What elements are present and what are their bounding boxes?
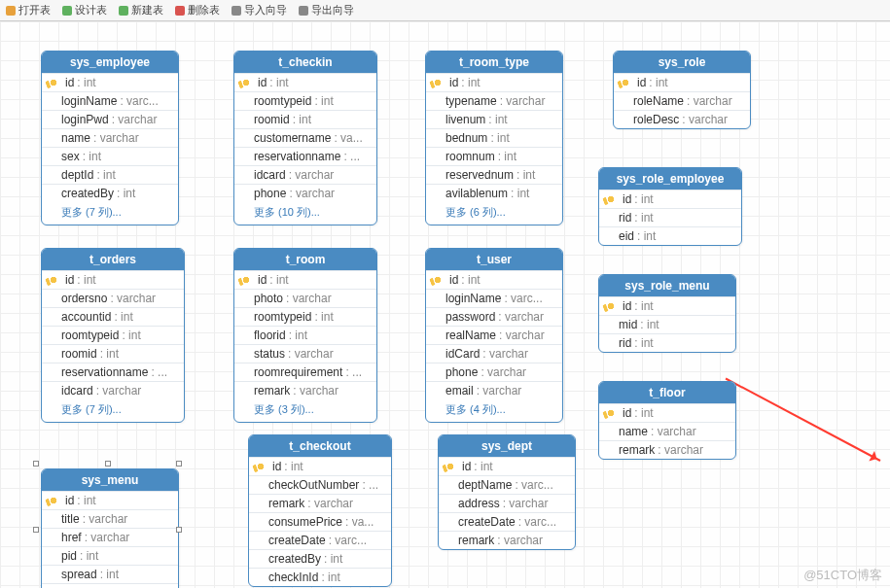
column[interactable]: phone: varchar (426, 363, 562, 381)
column-pk[interactable]: id: int (426, 270, 562, 289)
column-pk[interactable]: id: int (599, 403, 735, 422)
column-pk[interactable]: id: int (234, 270, 376, 289)
more-columns[interactable]: 更多 (7 列)... (42, 399, 184, 422)
column[interactable]: createDate: varc... (439, 512, 575, 531)
table-header[interactable]: t_floor (599, 382, 735, 403)
column[interactable]: roleName: varchar (614, 91, 750, 110)
toolbar-item[interactable]: 打开表 (6, 3, 51, 17)
table-header[interactable]: sys_role_menu (599, 275, 735, 296)
more-columns[interactable]: 更多 (6 列)... (426, 202, 562, 225)
more-columns[interactable]: 更多 (4 列)... (426, 399, 562, 422)
selection-handle[interactable] (176, 527, 182, 533)
column[interactable]: roomtypeid: int (234, 91, 376, 110)
table-header[interactable]: sys_role (614, 52, 750, 73)
column[interactable]: name: varchar (42, 128, 178, 147)
column[interactable]: roomtypeid: int (234, 307, 376, 326)
selection-handle[interactable] (176, 461, 182, 467)
column[interactable]: remark: varchar (439, 531, 575, 549)
table-header[interactable]: t_orders (42, 249, 184, 270)
table-t_checkin[interactable]: t_checkinid: introomtypeid: introomid: i… (233, 51, 377, 225)
column[interactable]: checkOutNumber: ... (249, 475, 391, 494)
column-pk[interactable]: id: int (614, 73, 750, 91)
column[interactable]: roomtypeid: int (42, 326, 184, 344)
table-sys_role_menu[interactable]: sys_role_menuid: intmid: intrid: int (598, 274, 736, 353)
column[interactable]: consumePrice: va... (249, 512, 391, 531)
column[interactable]: customername: va... (234, 128, 376, 147)
column[interactable]: idCard: varchar (426, 344, 562, 363)
more-columns[interactable]: 更多 (10 列)... (234, 202, 376, 225)
column[interactable]: roleDesc: varchar (614, 110, 750, 128)
column[interactable]: loginName: varc... (42, 91, 178, 110)
table-header[interactable]: t_user (426, 249, 562, 270)
column-pk[interactable]: id: int (42, 270, 184, 289)
column[interactable]: email: varchar (426, 381, 562, 399)
column[interactable]: ordersno: varchar (42, 289, 184, 307)
column[interactable]: sex: int (42, 147, 178, 165)
more-columns[interactable]: 更多 (7 列)... (42, 202, 178, 225)
column[interactable]: reservationname: ... (234, 147, 376, 165)
column[interactable]: remark: varchar (599, 440, 735, 459)
table-header[interactable]: sys_employee (42, 52, 178, 73)
column[interactable]: deptName: varc... (439, 475, 575, 494)
column[interactable]: remark: varchar (249, 494, 391, 512)
column-pk[interactable]: id: int (426, 73, 562, 91)
toolbar-item[interactable]: 设计表 (62, 3, 107, 17)
column[interactable]: roomrequirement: ... (234, 363, 376, 381)
column-pk[interactable]: id: int (439, 457, 575, 475)
column[interactable]: checkInId: int (249, 568, 391, 586)
table-header[interactable]: sys_menu (42, 469, 178, 491)
column-pk[interactable]: id: int (599, 190, 741, 208)
column[interactable]: phone: varchar (234, 184, 376, 202)
column[interactable]: loginPwd: varchar (42, 110, 178, 128)
column[interactable]: name: varchar (599, 422, 735, 440)
table-header[interactable]: t_checkout (249, 435, 391, 457)
column[interactable]: target: varchar (42, 583, 178, 588)
table-sys_role[interactable]: sys_roleid: introleName: varcharroleDesc… (613, 51, 751, 129)
table-t_room_type[interactable]: t_room_typeid: inttypename: varcharliven… (425, 51, 563, 225)
table-t_checkout[interactable]: t_checkoutid: intcheckOutNumber: ...rema… (248, 434, 392, 587)
column[interactable]: accountid: int (42, 307, 184, 326)
column[interactable]: eid: int (599, 226, 741, 245)
table-header[interactable]: sys_dept (439, 435, 575, 457)
column[interactable]: rid: int (599, 208, 741, 226)
column[interactable]: createdBy: int (249, 549, 391, 568)
column-pk[interactable]: id: int (42, 491, 178, 509)
column[interactable]: deptId: int (42, 165, 178, 184)
column[interactable]: reservationname: ... (42, 363, 184, 381)
table-sys_menu[interactable]: sys_menuid: inttitle: varcharhref: varch… (41, 468, 179, 588)
column[interactable]: spread: int (42, 565, 178, 583)
table-sys_dept[interactable]: sys_deptid: intdeptName: varc...address:… (438, 434, 576, 550)
more-columns[interactable]: 更多 (3 列)... (234, 399, 376, 422)
selection-handle[interactable] (105, 461, 111, 467)
column[interactable]: bednum: int (426, 128, 562, 147)
table-header[interactable]: sys_role_employee (599, 168, 741, 190)
selection-handle[interactable] (33, 461, 39, 467)
column[interactable]: password: varchar (426, 307, 562, 326)
column[interactable]: roomnum: int (426, 147, 562, 165)
column[interactable]: loginName: varc... (426, 289, 562, 307)
er-canvas[interactable]: @51CTO博客 sys_employeeid: intloginName: v… (0, 21, 890, 588)
toolbar-item[interactable]: 导入向导 (231, 3, 287, 17)
column[interactable]: href: varchar (42, 528, 178, 546)
column[interactable]: remark: varchar (234, 381, 376, 399)
column[interactable]: typename: varchar (426, 91, 562, 110)
table-t_floor[interactable]: t_floorid: intname: varcharremark: varch… (598, 381, 736, 460)
column[interactable]: livenum: int (426, 110, 562, 128)
column[interactable]: mid: int (599, 315, 735, 333)
selection-handle[interactable] (33, 527, 39, 533)
table-t_room[interactable]: t_roomid: intphoto: varcharroomtypeid: i… (233, 248, 377, 423)
column[interactable]: reservednum: int (426, 165, 562, 184)
toolbar-item[interactable]: 删除表 (175, 3, 220, 17)
column[interactable]: photo: varchar (234, 289, 376, 307)
column[interactable]: createdBy: int (42, 184, 178, 202)
column[interactable]: pid: int (42, 546, 178, 565)
column[interactable]: roomid: int (234, 110, 376, 128)
column[interactable]: realName: varchar (426, 326, 562, 344)
toolbar-item[interactable]: 导出向导 (299, 3, 354, 17)
table-header[interactable]: t_room (234, 249, 376, 270)
table-header[interactable]: t_room_type (426, 52, 562, 73)
column[interactable]: floorid: int (234, 326, 376, 344)
table-sys_role_employee[interactable]: sys_role_employeeid: intrid: inteid: int (598, 167, 742, 246)
column-pk[interactable]: id: int (42, 73, 178, 91)
toolbar-item[interactable]: 新建表 (119, 3, 163, 17)
